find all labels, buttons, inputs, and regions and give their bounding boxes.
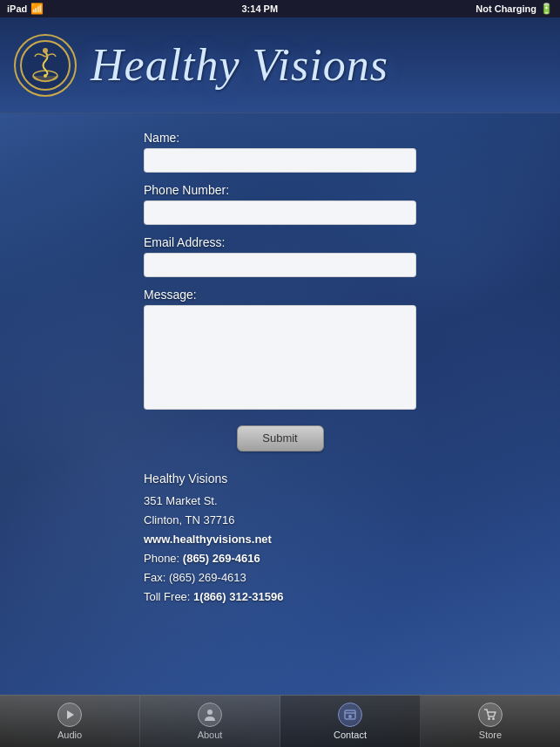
name-input[interactable] [144, 148, 416, 173]
cart-icon [478, 703, 503, 727]
address-line2: Clinton, TN 37716 [144, 511, 416, 530]
message-field-group: Message: [144, 288, 416, 425]
submit-button[interactable]: Submit [237, 425, 324, 452]
email-field-group: Email Address: [144, 235, 416, 288]
clock: 3:14 PM [241, 3, 278, 14]
app-container: Healthy Visions Name: Phone Number: Emai… [0, 17, 560, 747]
status-right: Not Charging 🔋 [476, 3, 553, 15]
fax-number: (865) 269-4613 [169, 571, 246, 584]
message-textarea[interactable] [144, 305, 416, 410]
tab-audio[interactable]: Audio [0, 696, 140, 747]
tab-store[interactable]: Store [421, 696, 560, 747]
message-label: Message: [144, 288, 416, 302]
svg-point-10 [492, 717, 495, 720]
logo-circle [14, 34, 77, 97]
name-field-group: Name: [144, 131, 416, 183]
app-header: Healthy Visions [0, 17, 560, 113]
svg-point-5 [207, 710, 213, 715]
person-icon [198, 703, 222, 727]
toll-free-info: Toll Free: 1(866) 312-31596 [144, 587, 416, 607]
svg-point-2 [43, 48, 48, 53]
tab-contact[interactable]: Contact [280, 696, 421, 747]
phone-number[interactable]: (865) 269-4616 [183, 552, 260, 565]
battery-icon: 🔋 [540, 3, 553, 15]
phone-field-group: Phone Number: [144, 183, 416, 235]
fax-label: Fax: [144, 571, 169, 584]
app-title: Healthy Visions [91, 39, 388, 91]
status-left: iPad 📶 [7, 3, 44, 15]
tab-about[interactable]: About [140, 696, 280, 747]
toll-free-number[interactable]: 1(866) 312-31596 [193, 590, 283, 603]
phone-info: Phone: (865) 269-4616 [144, 549, 416, 568]
logo-svg [19, 39, 71, 92]
wifi-icon: 📶 [30, 3, 44, 15]
svg-point-9 [488, 717, 490, 720]
svg-point-3 [44, 74, 47, 78]
tab-about-label: About [198, 730, 223, 740]
contact-icon [338, 703, 362, 727]
tab-audio-label: Audio [57, 730, 82, 740]
toll-free-label: Toll Free: [144, 590, 193, 603]
email-input[interactable] [144, 253, 416, 277]
battery-label: Not Charging [476, 3, 536, 14]
svg-point-8 [348, 715, 352, 718]
fax-info: Fax: (865) 269-4613 [144, 568, 416, 587]
company-name: Healthy Visions [144, 469, 416, 490]
tab-contact-label: Contact [334, 730, 367, 740]
status-bar: iPad 📶 3:14 PM Not Charging 🔋 [0, 0, 560, 17]
device-label: iPad [7, 3, 27, 14]
main-content: Name: Phone Number: Email Address: Messa… [0, 113, 560, 695]
contact-info-block: Healthy Visions 351 Market St. Clinton, … [144, 469, 416, 607]
website[interactable]: www.healthyvisions.net [144, 530, 416, 549]
phone-input[interactable] [144, 200, 416, 225]
email-label: Email Address: [144, 235, 416, 249]
name-label: Name: [144, 131, 416, 145]
address-line1: 351 Market St. [144, 492, 416, 511]
phone-label: Phone Number: [144, 183, 416, 197]
tab-bar: Audio About [0, 695, 560, 747]
tab-store-label: Store [479, 730, 502, 740]
svg-marker-4 [67, 710, 74, 719]
play-icon [57, 703, 82, 727]
phone-info-label: Phone: [144, 552, 183, 565]
